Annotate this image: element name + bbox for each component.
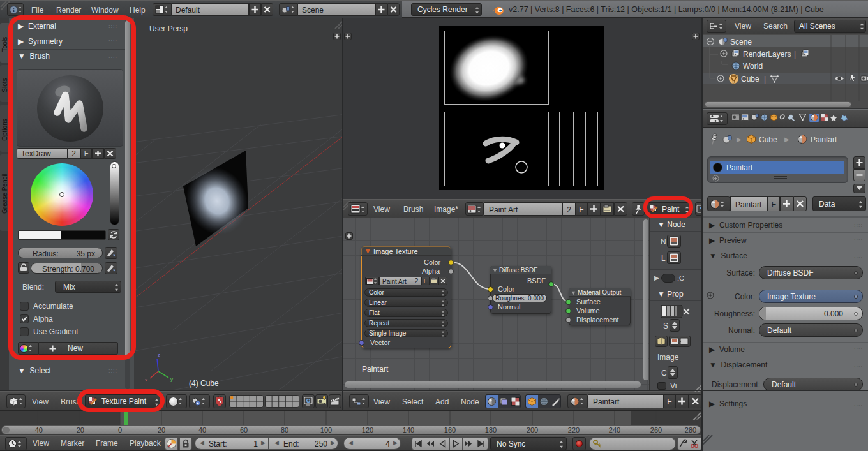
svg-text:y: y bbox=[170, 376, 173, 382]
svg-text:x: x bbox=[145, 377, 147, 383]
svg-text:z: z bbox=[158, 352, 160, 358]
